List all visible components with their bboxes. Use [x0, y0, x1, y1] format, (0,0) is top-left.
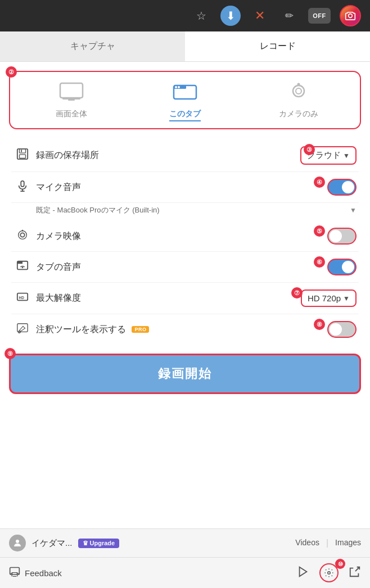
this-tab-label: このタブ	[169, 109, 201, 121]
footer-links: Videos | Images	[295, 538, 361, 548]
resolution-row: HD 最大解像度 ⑦ HD 720p ▼	[11, 283, 359, 314]
footer: イケダマ... ♛ Upgrade Videos | Images Feedba…	[0, 528, 370, 588]
svg-point-23	[22, 266, 24, 268]
svg-rect-15	[21, 180, 24, 186]
camera-toggle[interactable]	[327, 228, 357, 245]
svg-point-7	[178, 86, 180, 88]
annotation-toggle[interactable]	[327, 321, 357, 338]
badge-8: ⑧	[314, 319, 325, 330]
download-icon[interactable]: ⬇	[220, 6, 241, 26]
save-icon	[13, 148, 31, 163]
save-location-label: 録画の保存場所	[36, 150, 300, 161]
images-link[interactable]: Images	[335, 538, 361, 548]
user-avatar	[9, 535, 26, 551]
full-screen-icon	[59, 81, 84, 105]
source-this-tab[interactable]: このタブ	[128, 81, 242, 121]
svg-point-0	[349, 14, 353, 18]
source-camera-only[interactable]: カメラのみ	[242, 81, 355, 121]
resolution-dropdown-arrow: ▼	[343, 295, 350, 302]
mic-sub-row[interactable]: 既定 - MacBook Proのマイク (Built-in) ▼	[11, 203, 359, 221]
annotation-icon	[13, 322, 31, 337]
badge-7: ⑦	[291, 287, 303, 298]
camera-row: カメラ映像 ⑤	[11, 221, 359, 252]
svg-rect-2	[62, 98, 80, 99]
svg-point-20	[22, 229, 24, 231]
videos-link[interactable]: Videos	[295, 538, 319, 548]
feedback-label: Feedback	[25, 568, 62, 578]
svg-rect-11	[17, 149, 28, 159]
resolution-dropdown[interactable]: HD 720p ▼	[301, 290, 357, 307]
upgrade-label: Upgrade	[90, 540, 115, 546]
camera-only-label: カメラのみ	[279, 109, 318, 119]
resolution-label: 最大解像度	[36, 292, 301, 304]
off-badge-icon[interactable]: OFF	[308, 8, 331, 24]
mic-label: マイク音声	[36, 182, 327, 193]
export-icon[interactable]	[349, 566, 361, 581]
dropdown-arrow: ▼	[343, 152, 350, 160]
svg-point-6	[175, 86, 177, 88]
play-videos-icon[interactable]	[297, 566, 309, 581]
svg-point-10	[297, 83, 300, 86]
badge-6: ⑥	[314, 256, 325, 268]
camera-app-icon[interactable]	[340, 5, 361, 26]
upgrade-icon: ♛	[83, 540, 88, 547]
svg-rect-12	[20, 149, 26, 153]
tab-record[interactable]: レコード	[185, 31, 370, 61]
annotation-label: 注釈ツールを表示する PRO	[36, 324, 327, 336]
mic-toggle-thumb	[342, 181, 354, 193]
microphone-row: マイク音声 ④	[11, 172, 359, 203]
svg-marker-31	[300, 567, 307, 576]
full-screen-label: 画面全体	[56, 109, 87, 119]
source-full-screen[interactable]: 画面全体	[15, 81, 128, 121]
username-label: イケダマ...	[31, 538, 73, 549]
source-selector: ② 画面全体 このタブ	[9, 71, 361, 129]
badge-5: ⑤	[314, 225, 325, 237]
tab-capture[interactable]: キャプチャ	[0, 31, 185, 61]
svg-point-28	[16, 540, 19, 543]
settings-section: 録画の保存場所 ③ クラウド ▼ マイク音声 ④	[9, 139, 361, 345]
svg-point-18	[20, 233, 24, 237]
camera-icon	[13, 229, 31, 244]
save-location-row: 録画の保存場所 ③ クラウド ▼	[11, 139, 359, 172]
main-content: ② 画面全体 このタブ	[0, 62, 370, 528]
badge-10: ⑩	[335, 559, 345, 569]
upgrade-button[interactable]: ♛ Upgrade	[78, 539, 120, 548]
toolbar: ☆ ⬇ ✕ ✏ OFF	[0, 0, 370, 31]
camera-only-icon	[286, 81, 311, 105]
mic-device-label: 既定 - MacBook Proのマイク (Built-in)	[36, 205, 348, 215]
footer-top: イケダマ... ♛ Upgrade Videos | Images	[0, 529, 370, 558]
tab-audio-toggle-thumb	[342, 261, 354, 273]
footer-actions: ⑩	[297, 563, 361, 582]
badge-2: ②	[6, 66, 17, 78]
pro-badge: PRO	[132, 326, 149, 333]
tab-audio-label: タブの音声	[36, 261, 327, 273]
annotation-row: 注釈ツールを表示する PRO ⑧	[11, 314, 359, 345]
svg-rect-1	[60, 83, 83, 98]
tab-audio-row: タブの音声 ⑥	[11, 252, 359, 283]
svg-rect-13	[20, 155, 26, 158]
annotation-toggle-thumb	[330, 323, 342, 336]
svg-rect-3	[68, 99, 75, 101]
mic-icon	[13, 180, 31, 195]
this-tab-icon	[173, 81, 197, 105]
svg-point-9	[296, 88, 301, 94]
svg-rect-22	[17, 261, 22, 264]
pen-icon[interactable]: ✏	[279, 6, 299, 26]
resolution-icon: HD	[13, 291, 31, 306]
start-record-button[interactable]: 録画開始	[9, 354, 361, 394]
camera-toggle-thumb	[330, 230, 342, 242]
svg-point-8	[293, 85, 304, 97]
start-button-wrap: ⑨ 録画開始	[9, 354, 361, 394]
svg-point-32	[328, 572, 331, 575]
camera-label: カメラ映像	[36, 230, 327, 242]
svg-text:HD: HD	[19, 296, 25, 300]
mic-toggle[interactable]	[327, 179, 357, 196]
feedback-button[interactable]: Feedback	[9, 566, 297, 580]
star-icon[interactable]: ☆	[191, 6, 211, 26]
tab-bar: キャプチャ レコード	[0, 31, 370, 62]
cross-icon[interactable]: ✕	[250, 6, 270, 26]
tab-audio-toggle[interactable]	[327, 259, 357, 275]
svg-point-19	[19, 230, 27, 239]
mic-dropdown-arrow: ▼	[350, 206, 357, 214]
svg-rect-14	[21, 150, 22, 152]
